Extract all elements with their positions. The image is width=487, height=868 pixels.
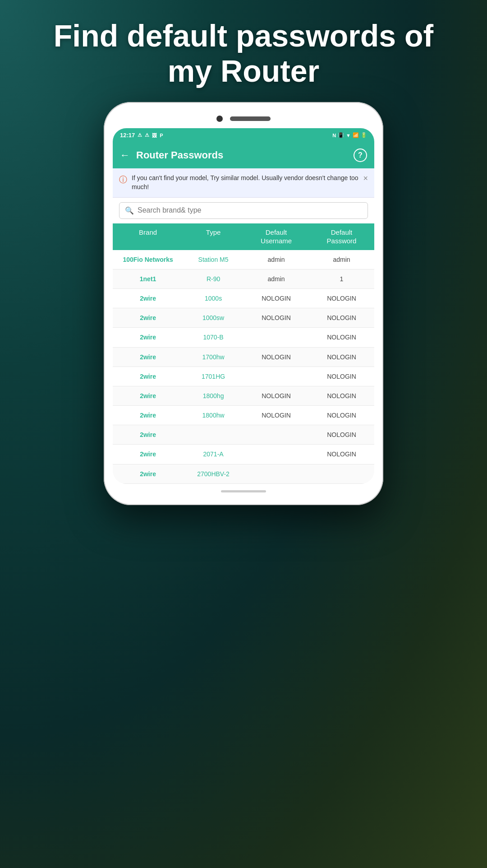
page-title: Find default passwords of my Router <box>27 0 461 102</box>
cell-brand: 1net1 <box>113 269 183 288</box>
cell-username <box>244 429 309 440</box>
cell-type: 1000sw <box>183 308 244 327</box>
cell-brand: 2wire <box>113 386 183 405</box>
cell-password: NOLOGIN <box>309 406 374 425</box>
status-signal-icon: 📶 <box>353 132 359 138</box>
phone-top-decorations <box>113 111 374 128</box>
info-banner-text: If you can't find your model, Try simila… <box>132 174 358 191</box>
status-right: N 📳 ▼ 📶 🔋 <box>332 132 367 138</box>
cell-username <box>244 449 309 460</box>
status-icon-warning1: ⚠ <box>138 132 142 138</box>
cell-type: 2700HBV-2 <box>183 464 244 483</box>
cell-username: admin <box>244 269 309 288</box>
phone-frame: 12:17 ⚠ ⚠ 🖼 P N 📳 ▼ 📶 🔋 ← Router Passwor… <box>104 102 383 505</box>
cell-username: NOLOGIN <box>244 348 309 367</box>
col-brand: Brand <box>113 223 183 250</box>
info-warning-icon: ⓘ <box>119 174 127 185</box>
cell-brand: 2wire <box>113 308 183 327</box>
info-banner: ⓘ If you can't find your model, Try simi… <box>113 168 374 197</box>
cell-username: NOLOGIN <box>244 289 309 308</box>
cell-brand: 2wire <box>113 348 183 367</box>
router-table: Brand Type DefaultUsername DefaultPasswo… <box>113 223 374 484</box>
cell-username <box>244 469 309 479</box>
cell-brand: 2wire <box>113 464 183 483</box>
status-time: 12:17 <box>120 132 135 139</box>
cell-password: NOLOGIN <box>309 308 374 327</box>
cell-brand: 100Fio Networks <box>113 250 183 269</box>
table-row[interactable]: 2wire 1701HG NOLOGIN <box>113 367 374 386</box>
cell-username: admin <box>244 250 309 269</box>
table-row[interactable]: 2wire 1800hw NOLOGIN NOLOGIN <box>113 406 374 425</box>
cell-type: 1000s <box>183 289 244 308</box>
cell-username <box>244 371 309 382</box>
cell-password: NOLOGIN <box>309 445 374 464</box>
cell-brand: 2wire <box>113 289 183 308</box>
cell-brand: 2wire <box>113 328 183 347</box>
cell-username <box>244 332 309 343</box>
status-battery-icon: 🔋 <box>361 132 367 138</box>
cell-password: admin <box>309 250 374 269</box>
cell-username: NOLOGIN <box>244 308 309 327</box>
cell-brand: 2wire <box>113 445 183 464</box>
phone-camera <box>216 116 223 122</box>
cell-type: 1701HG <box>183 367 244 386</box>
col-type: Type <box>183 223 244 250</box>
cell-password: 1 <box>309 269 374 288</box>
col-password: DefaultPassword <box>309 223 374 250</box>
cell-username: NOLOGIN <box>244 386 309 405</box>
cell-brand: 2wire <box>113 425 183 444</box>
table-row[interactable]: 100Fio Networks Station M5 admin admin <box>113 250 374 269</box>
status-left: 12:17 ⚠ ⚠ 🖼 P <box>120 132 163 139</box>
status-nfc-icon: N <box>332 133 336 138</box>
status-wifi-icon: ▼ <box>346 133 351 138</box>
table-row[interactable]: 2wire 2700HBV-2 <box>113 464 374 484</box>
help-button[interactable]: ? <box>354 149 367 162</box>
search-icon: 🔍 <box>125 206 134 215</box>
cell-type: 2071-A <box>183 445 244 464</box>
cell-password <box>309 469 374 479</box>
cell-type <box>183 429 244 440</box>
cell-type: 1070-B <box>183 328 244 347</box>
cell-type: 1800hg <box>183 386 244 405</box>
status-vibrate-icon: 📳 <box>338 132 344 138</box>
table-row[interactable]: 2wire 1700hw NOLOGIN NOLOGIN <box>113 348 374 367</box>
table-row[interactable]: 2wire 1000s NOLOGIN NOLOGIN <box>113 289 374 308</box>
cell-type: Station M5 <box>183 250 244 269</box>
cell-password: NOLOGIN <box>309 348 374 367</box>
cell-password: NOLOGIN <box>309 386 374 405</box>
search-bar: 🔍 <box>113 198 374 223</box>
info-close-button[interactable]: × <box>363 174 368 183</box>
search-input[interactable] <box>138 206 362 214</box>
table-row[interactable]: 2wire 1070-B NOLOGIN <box>113 328 374 347</box>
status-icon-warning2: ⚠ <box>145 132 149 138</box>
phone-bottom-bar <box>113 484 374 496</box>
app-bar-title: Router Passwords <box>136 149 354 161</box>
cell-username: NOLOGIN <box>244 406 309 425</box>
table-row[interactable]: 2wire 1000sw NOLOGIN NOLOGIN <box>113 308 374 328</box>
app-bar: ← Router Passwords ? <box>113 142 374 168</box>
table-row[interactable]: 2wire 2071-A NOLOGIN <box>113 445 374 464</box>
phone-screen: 12:17 ⚠ ⚠ 🖼 P N 📳 ▼ 📶 🔋 ← Router Passwor… <box>113 128 374 483</box>
back-button[interactable]: ← <box>120 149 130 161</box>
cell-password: NOLOGIN <box>309 425 374 444</box>
table-body: 100Fio Networks Station M5 admin admin 1… <box>113 250 374 484</box>
cell-brand: 2wire <box>113 367 183 386</box>
home-indicator <box>221 490 266 492</box>
cell-type: 1800hw <box>183 406 244 425</box>
table-row[interactable]: 1net1 R-90 admin 1 <box>113 269 374 289</box>
phone-speaker <box>230 116 271 121</box>
cell-brand: 2wire <box>113 406 183 425</box>
cell-password: NOLOGIN <box>309 328 374 347</box>
cell-password: NOLOGIN <box>309 289 374 308</box>
col-username: DefaultUsername <box>244 223 309 250</box>
table-row[interactable]: 2wire NOLOGIN <box>113 425 374 445</box>
status-icon-image: 🖼 <box>152 133 157 138</box>
cell-type: 1700hw <box>183 348 244 367</box>
cell-password: NOLOGIN <box>309 367 374 386</box>
status-bar: 12:17 ⚠ ⚠ 🖼 P N 📳 ▼ 📶 🔋 <box>113 128 374 142</box>
status-icon-p: P <box>160 133 163 138</box>
cell-type: R-90 <box>183 269 244 288</box>
table-row[interactable]: 2wire 1800hg NOLOGIN NOLOGIN <box>113 386 374 406</box>
table-header: Brand Type DefaultUsername DefaultPasswo… <box>113 223 374 250</box>
search-input-wrap[interactable]: 🔍 <box>119 202 368 219</box>
